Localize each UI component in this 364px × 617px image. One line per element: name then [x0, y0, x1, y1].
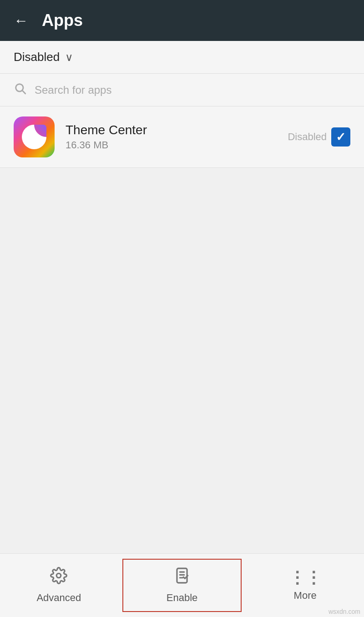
app-size: 16.36 MB [66, 139, 277, 151]
content-area: Disabled ∨ Search for apps Theme Center … [0, 41, 364, 553]
svg-point-2 [57, 573, 61, 578]
app-name: Theme Center [66, 123, 277, 137]
gear-icon [50, 567, 67, 588]
app-list-item[interactable]: Theme Center 16.36 MB Disabled ✓ [0, 106, 364, 168]
empty-content-area [0, 168, 364, 553]
app-icon [14, 116, 55, 157]
nav-label-advanced: Advanced [36, 592, 81, 604]
app-status-text: Disabled [288, 131, 327, 143]
search-row[interactable]: Search for apps [0, 74, 364, 106]
page-title: Apps [42, 11, 83, 30]
search-icon [14, 82, 26, 98]
app-checkbox[interactable]: ✓ [331, 127, 350, 147]
filter-row[interactable]: Disabled ∨ [0, 41, 364, 74]
nav-label-more: More [294, 590, 317, 602]
nav-item-enable[interactable]: Enable [122, 559, 242, 612]
svg-point-0 [16, 84, 23, 91]
filter-label: Disabled [14, 50, 60, 64]
back-button[interactable]: ← [14, 12, 28, 29]
top-bar: ← Apps [0, 0, 364, 41]
checkmark-icon: ✓ [336, 130, 346, 144]
search-placeholder: Search for apps [35, 84, 111, 96]
nav-item-more[interactable]: ⋮ More [246, 562, 364, 609]
app-info: Theme Center 16.36 MB [66, 123, 277, 151]
watermark: wsxdn.com [329, 608, 360, 615]
svg-line-1 [23, 91, 25, 94]
clipboard-check-icon [173, 567, 191, 588]
nav-label-enable: Enable [167, 592, 198, 604]
more-dots-icon: ⋮ [289, 570, 322, 586]
app-status-wrap[interactable]: Disabled ✓ [288, 127, 350, 147]
chevron-down-icon: ∨ [65, 51, 73, 64]
bottom-nav: Advanced Enable ⋮ More [0, 553, 364, 617]
nav-item-advanced[interactable]: Advanced [0, 560, 118, 611]
